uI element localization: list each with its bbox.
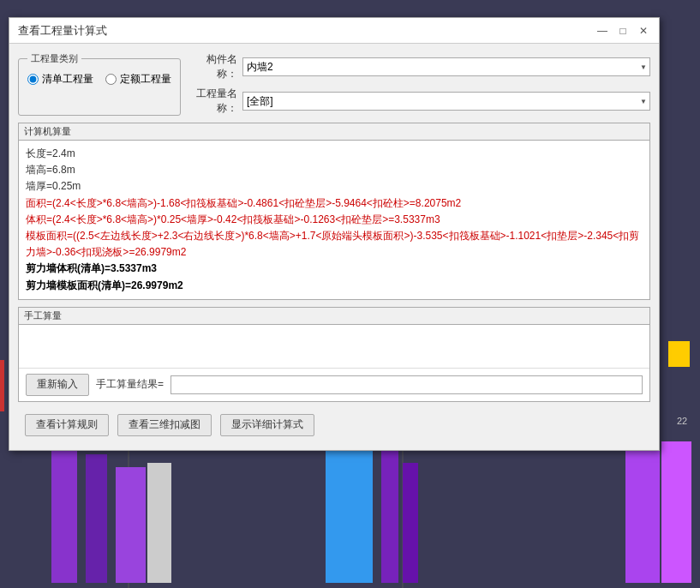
calc-line-6: 模板面积=((2.5<左边线长度>+2.3<右边线长度>)*6.8<墙高>+1.…: [26, 228, 643, 261]
radio-option2[interactable]: 定额工程量: [105, 72, 171, 87]
quantity-name-select[interactable]: [全部]: [242, 92, 650, 111]
view-3d-button[interactable]: 查看三维扣减图: [117, 414, 212, 436]
calc-line-8: 剪力墙模板面积(清单)=26.9979m2: [26, 278, 643, 294]
svg-rect-10: [326, 437, 373, 583]
manual-content: [19, 325, 649, 368]
bottom-buttons: 查看计算规则 查看三维扣减图 显示详细计算式: [18, 409, 650, 441]
svg-rect-17: [0, 360, 4, 411]
dialog-titlebar: 查看工程量计算式 — □ ✕: [9, 18, 659, 44]
radio-row: 清单工程量 定额工程量: [27, 72, 171, 87]
radio-input-dinge[interactable]: [105, 74, 117, 85]
dialog-window: 查看工程量计算式 — □ ✕ 工程量类别 清单工程量 定额工程量: [9, 17, 660, 451]
svg-text:22: 22: [677, 416, 687, 426]
quantity-name-select-wrapper: [全部]: [242, 92, 650, 111]
svg-rect-11: [381, 450, 398, 583]
svg-rect-15: [668, 341, 690, 367]
calc-content: 长度=2.4m 墙高=6.8m 墙厚=0.25m 面积=(2.4<长度>*6.8…: [19, 141, 649, 299]
dialog-body: 工程量类别 清单工程量 定额工程量 构件名称：: [9, 44, 659, 450]
reinput-row: 重新输入 手工算量结果=: [19, 368, 649, 401]
calc-line-7: 剪力墙体积(清单)=3.5337m3: [26, 261, 643, 277]
calc-line-1: 长度=2.4m: [26, 146, 643, 162]
svg-rect-14: [661, 441, 691, 583]
show-detail-button[interactable]: 显示详细计算式: [220, 414, 314, 436]
component-name-label: 构件名称：: [189, 52, 237, 81]
right-fields: 构件名称： 内墙2 工程量名称： [全部]: [189, 52, 650, 116]
computer-calc-section: 计算机算量 长度=2.4m 墙高=6.8m 墙厚=0.25m 面积=(2.4<长…: [18, 123, 650, 300]
maximize-button[interactable]: □: [616, 24, 630, 38]
calc-line-3: 墙厚=0.25m: [26, 178, 643, 195]
svg-rect-8: [116, 467, 146, 583]
radio-label-qingdan: 清单工程量: [42, 72, 93, 87]
manual-calc-legend: 手工算量: [19, 308, 649, 325]
quantity-name-row: 工程量名称： [全部]: [189, 87, 650, 116]
close-button[interactable]: ✕: [637, 24, 650, 38]
radio-option1[interactable]: 清单工程量: [27, 72, 93, 87]
svg-rect-12: [403, 463, 418, 583]
top-row: 工程量类别 清单工程量 定额工程量 构件名称：: [18, 52, 650, 116]
calc-line-4: 面积=(2.4<长度>*6.8<墙高>)-1.68<扣筏板基础>-0.4861<…: [26, 195, 643, 212]
engineering-type-legend: 工程量类别: [27, 52, 81, 65]
svg-rect-9: [147, 463, 171, 583]
minimize-button[interactable]: —: [595, 24, 609, 38]
calc-line-2: 墙高=6.8m: [26, 162, 643, 178]
manual-result-label: 手工算量结果=: [96, 377, 164, 392]
component-name-select[interactable]: 内墙2: [242, 57, 650, 76]
computer-calc-legend: 计算机算量: [19, 123, 649, 141]
quantity-name-label: 工程量名称：: [189, 87, 237, 116]
reinput-button[interactable]: 重新输入: [26, 374, 89, 396]
component-name-select-wrapper: 内墙2: [242, 57, 650, 76]
titlebar-buttons: — □ ✕: [595, 24, 650, 38]
dialog-title: 查看工程量计算式: [18, 23, 107, 39]
svg-rect-6: [51, 446, 77, 583]
svg-rect-7: [86, 454, 107, 583]
component-name-row: 构件名称： 内墙2: [189, 52, 650, 81]
radio-input-qingdan[interactable]: [27, 74, 39, 85]
manual-calc-section: 手工算量 重新输入 手工算量结果=: [18, 307, 650, 402]
calc-line-5: 体积=(2.4<长度>*6.8<墙高>)*0.25<墙厚>-0.42<扣筏板基础…: [26, 212, 643, 228]
radio-label-dinge: 定额工程量: [120, 72, 171, 87]
svg-rect-13: [625, 429, 660, 583]
engineering-type-group: 工程量类别 清单工程量 定额工程量: [18, 52, 181, 116]
manual-result-input[interactable]: [171, 375, 643, 394]
view-rules-button[interactable]: 查看计算规则: [25, 414, 109, 436]
